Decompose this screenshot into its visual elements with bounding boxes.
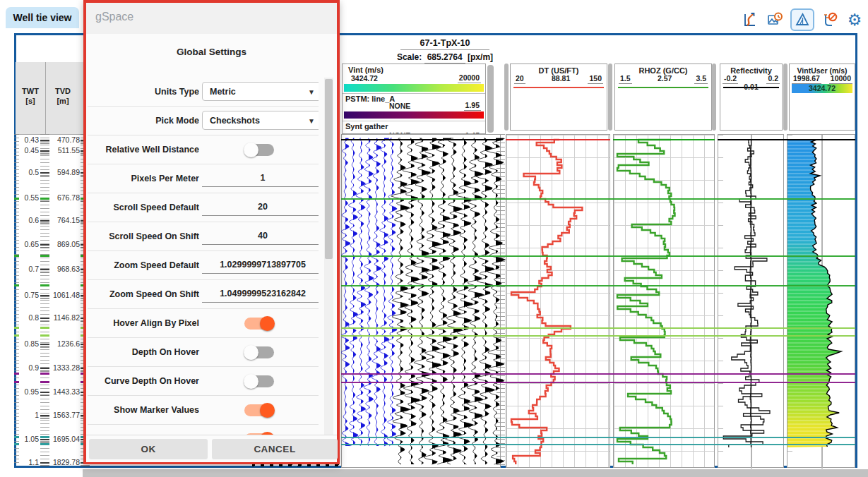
scroll-speed-default-input[interactable]: 20: [202, 198, 319, 216]
toggle-knob: [244, 345, 258, 360]
column-divider: [45, 62, 46, 134]
tvd-value: 511.55: [49, 146, 80, 155]
rhoz-color-line: [618, 87, 708, 88]
horizon-marker-line: [341, 335, 855, 337]
twt-value: 0.6: [16, 216, 39, 224]
curve-depth-on-hover-toggle[interactable]: [244, 375, 274, 387]
depth-minor-tick: [40, 320, 49, 322]
settings-gear-icon[interactable]: ⚙: [845, 11, 864, 29]
depth-major-tick: [40, 244, 49, 246]
depth-minor-tick: [40, 346, 49, 348]
zoom-speed-on-shift-input[interactable]: 1.0499999523162842: [202, 285, 319, 303]
image-gauge-icon[interactable]: [766, 11, 784, 29]
depth-major-tick: [40, 269, 49, 270]
vint-title: Vint (m/s): [348, 66, 384, 74]
pstm-right-value: 1.95: [464, 101, 481, 111]
twt-value: 0.85: [16, 339, 39, 348]
depth-major-tick: [40, 140, 49, 141]
twt-value: 0.43: [16, 135, 39, 144]
horizon-marker-line: [341, 382, 855, 383]
vintuser-header[interactable]: VintUser (m/s) 1998.67 10000 3424.72: [789, 64, 855, 131]
cancel-button[interactable]: CANCEL: [212, 439, 338, 459]
tvd-value: 1236.6: [49, 339, 80, 348]
setting-row-hover-align-by-pixel: Hover Align By Pixel: [88, 308, 319, 337]
units-type-select[interactable]: Metric▼: [202, 82, 319, 101]
setting-row-curve-depth-on-hover: Curve Depth On Hover: [88, 366, 319, 395]
ok-button[interactable]: OK: [89, 439, 208, 459]
pstm-title: PSTM: line_A: [345, 95, 395, 103]
horizon-marker-tick: [40, 255, 49, 257]
track-resize-handle[interactable]: [608, 64, 612, 131]
scroll-speed-on-shift-input[interactable]: 40: [202, 227, 319, 245]
well-tie-tool-icon[interactable]: [790, 8, 814, 31]
horizon-marker-line: [341, 373, 855, 375]
pstm-header[interactable]: PSTM: line_A NONE 1.95: [343, 95, 485, 120]
scrollbar-thumb[interactable]: [325, 79, 333, 259]
setting-row-scroll-speed-on-shift: Scroll Speed On Shift40: [88, 222, 319, 250]
delete-pick-icon[interactable]: [821, 11, 839, 29]
setting-label: Show Marker Values: [88, 396, 199, 424]
tvd-value: 1333.28: [49, 363, 80, 372]
horizon-marker-tick: [14, 436, 19, 438]
relative-well-distance-toggle[interactable]: [244, 144, 274, 156]
twt-value: 1.1: [16, 458, 39, 466]
horizon-marker-line: [341, 255, 855, 257]
track-resize-handle[interactable]: [783, 64, 787, 131]
dialog-heading: Global Settings: [86, 47, 337, 57]
twt-value: 0.65: [16, 240, 39, 248]
tvd-header: TVD: [48, 87, 78, 95]
depth-minor-tick: [40, 200, 49, 202]
setting-row-hidden-setting: [88, 424, 319, 435]
gear-glyph: ⚙: [848, 11, 862, 29]
toggle-knob: [260, 316, 275, 331]
setting-label: Zoom Speed Default: [88, 251, 199, 279]
synt-center-value: NONE: [389, 131, 410, 134]
setting-row-show-marker-values: Show Marker Values: [88, 395, 319, 424]
tvd-unit: [m]: [48, 97, 78, 105]
horizon-marker-tick: [40, 373, 49, 375]
twt-value: 0.8: [16, 313, 39, 322]
track-resize-handle[interactable]: [712, 64, 716, 131]
pick-mode-select[interactable]: Checkshots▼: [202, 111, 319, 130]
horizon-marker-tick: [40, 284, 49, 286]
show-marker-values-toggle[interactable]: [244, 404, 274, 416]
tab-well-tie-view[interactable]: Well tie view: [6, 7, 79, 28]
toggle-knob: [244, 143, 258, 157]
scale-unit: [px/m]: [468, 52, 493, 62]
zoom-speed-default-input[interactable]: 1.0299999713897705: [202, 256, 319, 274]
depth-minor-tick: [40, 143, 49, 144]
dialog-scrollbar[interactable]: [324, 78, 333, 435]
tvd-value: 1146.82: [49, 313, 80, 322]
top-marker-line: [506, 139, 610, 140]
tvd-value: 764.15: [49, 216, 80, 224]
well-path-icon[interactable]: [741, 11, 759, 29]
app-window: Well tie view ⚙ 67-1-TpX-10 Scale: 685.2…: [0, 0, 868, 477]
dialog-titlebar[interactable]: gSpace: [86, 3, 337, 34]
hover-align-by-pixel-toggle[interactable]: [244, 318, 274, 330]
horizon-marker-line: [341, 327, 855, 329]
header-scrollbar[interactable]: [487, 65, 494, 133]
pixels-per-meter-input[interactable]: 1: [202, 169, 319, 187]
gspace-dialog: gSpace Global Settings Units TypeMetric▼…: [83, 0, 340, 464]
tvd-value: 1695.04: [49, 435, 80, 443]
twt-value: 0.7: [16, 265, 39, 273]
synt-gather-header[interactable]: Synt gather NONE 1.45: [343, 122, 485, 134]
depth-minor-tick: [40, 418, 49, 419]
reflectivity-header[interactable]: Reflectivity -0.2 0.2 0.01: [720, 64, 783, 131]
track-resize-handle[interactable]: [504, 64, 509, 131]
horizon-marker-tick: [40, 381, 49, 383]
separator: [343, 93, 485, 94]
setting-row-units-type: Units TypeMetric▼: [88, 78, 319, 106]
horizontal-scrollbar[interactable]: [83, 469, 868, 477]
depth-on-hover-toggle[interactable]: [244, 346, 274, 358]
vint-header[interactable]: Vint (m/s) 3424.72 20000: [343, 66, 485, 92]
seismic-header-stack[interactable]: Vint (m/s) 3424.72 20000 PSTM: line_A NO…: [342, 64, 486, 134]
rhoz-header[interactable]: RHOZ (G/CC) 1.5 2.57 3.5: [614, 64, 712, 131]
toggle-knob: [244, 374, 258, 389]
dt-header[interactable]: DT (US/FT) 20 88.81 150: [510, 64, 607, 131]
setting-label: [88, 425, 199, 435]
setting-label: Pick Mode: [88, 107, 199, 135]
twt-header: TWT: [16, 87, 45, 95]
depth-major-tick: [40, 318, 49, 319]
horizon-marker-tick: [14, 284, 19, 286]
